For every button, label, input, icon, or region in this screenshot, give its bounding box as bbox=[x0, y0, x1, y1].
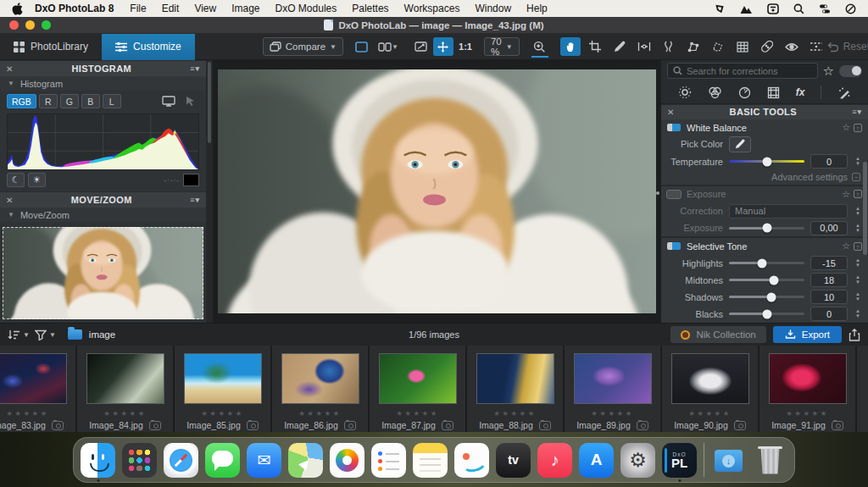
menubar-mountains-icon[interactable] bbox=[740, 3, 753, 14]
exposure-enable-toggle[interactable] bbox=[667, 191, 681, 198]
fit-to-screen-button[interactable] bbox=[411, 37, 431, 56]
perspective-grid-tool-button[interactable] bbox=[732, 37, 753, 56]
temperature-slider-thumb[interactable] bbox=[762, 157, 771, 166]
collapse-icon[interactable]: − bbox=[852, 173, 860, 181]
thumbnail-image[interactable] bbox=[476, 353, 554, 404]
blacks-slider[interactable] bbox=[729, 313, 804, 315]
close-window-button[interactable] bbox=[9, 20, 19, 30]
star-rating[interactable]: ★★★★★ bbox=[6, 409, 49, 418]
app-store-icon[interactable]: A bbox=[579, 443, 614, 478]
menu-window[interactable]: Window bbox=[475, 3, 511, 14]
dxo-photolab-dock-icon[interactable]: DxOPL bbox=[662, 443, 697, 478]
mask-outline-button[interactable] bbox=[806, 37, 826, 56]
geometry-category-icon[interactable] bbox=[767, 86, 780, 99]
tab-customize[interactable]: Customize bbox=[102, 34, 195, 60]
blacks-slider-thumb[interactable] bbox=[762, 309, 771, 318]
minimize-window-button[interactable] bbox=[25, 20, 35, 30]
channel-rgb-button[interactable]: RGB bbox=[7, 94, 36, 108]
compare-button[interactable]: Compare ▼ bbox=[263, 37, 343, 56]
export-button[interactable]: Export bbox=[773, 326, 842, 343]
image-canvas[interactable] bbox=[213, 60, 660, 323]
panel-resize-handle[interactable] bbox=[656, 191, 659, 195]
star-rating[interactable]: ★★★★★ bbox=[396, 409, 439, 418]
control-center-icon[interactable] bbox=[819, 3, 831, 14]
channel-b-button[interactable]: B bbox=[81, 94, 100, 108]
movezoom-preview[interactable] bbox=[1, 225, 205, 321]
selective-tone-header[interactable]: Selective Tone ☆↑ bbox=[661, 238, 868, 254]
movezoom-thumbnail[interactable] bbox=[3, 227, 203, 319]
photos-icon[interactable] bbox=[330, 443, 364, 478]
horizon-tool-button[interactable] bbox=[634, 37, 654, 56]
filmstrip-item[interactable]: ★★★★★ Image_84.jpg bbox=[77, 346, 175, 432]
search-input[interactable] bbox=[687, 66, 812, 76]
color-category-icon[interactable] bbox=[708, 86, 722, 99]
right-panel-scrollbar[interactable] bbox=[863, 162, 867, 255]
filmstrip-item[interactable]: ★★★★★ Image_83.jpg bbox=[0, 346, 77, 432]
system-settings-icon[interactable]: ⚙ bbox=[620, 443, 655, 478]
share-icon[interactable] bbox=[849, 329, 860, 341]
reminders-icon[interactable] bbox=[371, 443, 406, 478]
shadows-slider[interactable] bbox=[729, 296, 804, 298]
crop-tool-button[interactable] bbox=[585, 37, 605, 56]
show-corrections-eye-button[interactable] bbox=[782, 37, 802, 56]
apple-tv-icon[interactable]: tv bbox=[496, 443, 531, 478]
spotlight-icon[interactable] bbox=[793, 3, 804, 14]
corrections-toggle[interactable] bbox=[839, 65, 862, 77]
favorite-star-icon[interactable]: ☆ bbox=[842, 122, 850, 133]
repair-tool-button[interactable] bbox=[757, 37, 777, 56]
correction-mode-select[interactable]: Manual bbox=[729, 204, 848, 219]
zoom-window-button[interactable] bbox=[42, 20, 51, 30]
advanced-settings-row[interactable]: Advanced settings − bbox=[661, 170, 868, 185]
filmstrip-item[interactable]: ★★★★★ Image_87.jpg bbox=[370, 346, 467, 432]
pick-color-tool-button[interactable] bbox=[609, 37, 630, 56]
shadows-stepper[interactable]: ▲▼ bbox=[854, 292, 862, 302]
nik-collection-button[interactable]: Nik Collection bbox=[670, 326, 765, 343]
monitor-icon[interactable] bbox=[159, 95, 178, 108]
channel-g-button[interactable]: G bbox=[60, 94, 79, 108]
favorite-star-icon[interactable]: ☆ bbox=[842, 189, 850, 200]
zoom-level-select[interactable]: 70 % ▼ bbox=[484, 37, 520, 56]
palette-menu-icon[interactable]: ≡▾ bbox=[190, 196, 200, 204]
star-rating[interactable]: ★★★★★ bbox=[298, 409, 342, 418]
close-icon[interactable]: ✕ bbox=[6, 196, 13, 205]
palette-menu-icon[interactable]: ≡▾ bbox=[852, 108, 862, 116]
filter-button[interactable]: ▼ bbox=[35, 329, 56, 340]
palette-menu-icon[interactable]: ≡▾ bbox=[190, 64, 200, 73]
downloads-folder-icon[interactable] bbox=[711, 443, 746, 478]
highlights-value[interactable]: -15 bbox=[810, 256, 848, 270]
safari-icon[interactable] bbox=[164, 443, 198, 478]
fx-category-icon[interactable]: fx bbox=[796, 86, 805, 98]
one-to-one-zoom-button[interactable]: 1:1 bbox=[455, 37, 476, 56]
blacks-value[interactable]: 0 bbox=[810, 307, 848, 321]
trash-icon[interactable] bbox=[753, 443, 787, 478]
temperature-stepper[interactable]: ▲▼ bbox=[854, 157, 862, 166]
exposure-slider-thumb[interactable] bbox=[762, 224, 771, 233]
thumbnail-image[interactable] bbox=[671, 353, 749, 404]
main-photo[interactable] bbox=[218, 69, 656, 313]
highlights-slider[interactable] bbox=[729, 262, 804, 264]
thumbnail-image[interactable] bbox=[379, 353, 457, 404]
thumbnail-image[interactable] bbox=[574, 353, 652, 404]
filmstrip-item[interactable]: ★★★★★ Image_89.jpg bbox=[565, 346, 662, 432]
temperature-slider[interactable] bbox=[729, 160, 804, 163]
shadow-clipping-button[interactable]: ☾ bbox=[7, 173, 25, 187]
reset-correction-icon[interactable]: ↑ bbox=[854, 190, 862, 198]
filmstrip-item[interactable]: ★★★★★ Image_91.jpg bbox=[760, 346, 857, 432]
exposure-header[interactable]: Exposure ☆↑ bbox=[661, 186, 868, 202]
menu-palettes[interactable]: Palettes bbox=[352, 3, 388, 14]
thumbnail-image[interactable] bbox=[0, 353, 67, 404]
exposure-stepper[interactable]: ▲▼ bbox=[854, 224, 862, 233]
menubar-window-icon[interactable] bbox=[767, 3, 779, 14]
single-image-view-button[interactable] bbox=[352, 37, 372, 56]
focus-icon[interactable] bbox=[845, 3, 856, 14]
menu-workspaces[interactable]: Workspaces bbox=[404, 3, 460, 14]
thumbnail-image[interactable] bbox=[769, 353, 847, 404]
notes-icon[interactable] bbox=[413, 443, 448, 478]
blacks-stepper[interactable]: ▲▼ bbox=[854, 309, 862, 318]
channel-r-button[interactable]: R bbox=[39, 94, 58, 108]
light-category-icon[interactable] bbox=[678, 86, 692, 99]
left-panel-scrollbar[interactable] bbox=[206, 60, 213, 323]
hand-tool-button[interactable] bbox=[560, 37, 581, 56]
selective-tone-enable-toggle[interactable] bbox=[667, 242, 681, 250]
polygon-tool-button[interactable] bbox=[708, 37, 728, 56]
